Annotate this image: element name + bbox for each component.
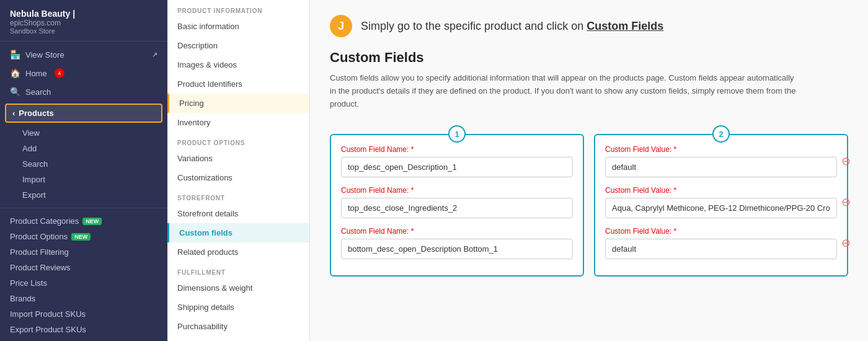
cf-input-value-2[interactable] (605, 198, 837, 218)
external-link-icon: ↗ (152, 51, 157, 59)
required-1: * (411, 145, 414, 154)
cf-input-name-2[interactable] (341, 198, 573, 218)
req-v2: * (674, 186, 677, 195)
cf-box-number-1: 1 (448, 125, 466, 143)
cf-label-value-1: Custom Field Value: * (605, 145, 837, 154)
cf-field-value-2: Custom Field Value: * ⊖ (605, 186, 837, 218)
store-icon: 🏪 (10, 50, 20, 60)
search-icon: 🔍 (10, 87, 20, 97)
required-2: * (411, 186, 414, 195)
cf-label-text-3: Custom Field Name: (341, 227, 411, 236)
middle-custom-fields[interactable]: Custom fields (167, 223, 309, 242)
sidebar-export-skus[interactable]: Export Product SKUs (0, 322, 167, 337)
req-v1: * (674, 145, 677, 154)
cf-input-value-1[interactable] (605, 157, 837, 177)
middle-pricing[interactable]: Pricing (167, 94, 309, 113)
main-content: J Simply go to the specific product and … (310, 0, 868, 341)
product-options-header: PRODUCT OPTIONS (167, 132, 309, 149)
home-label: Home (25, 69, 47, 78)
sidebar-product-reviews[interactable]: Product Reviews (0, 260, 167, 275)
middle-shipping-details[interactable]: Shipping details (167, 298, 309, 317)
middle-basic-info[interactable]: Basic information (167, 17, 309, 36)
middle-purchasability[interactable]: Purchasability (167, 317, 309, 336)
cf-label-value-text-1: Custom Field Value: (605, 145, 674, 154)
cf-input-value-3[interactable] (605, 239, 837, 259)
cf-field-name-1: Custom Field Name: * (341, 145, 573, 177)
instruction-bar: J Simply go to the specific product and … (330, 15, 848, 37)
step-badge: J (330, 15, 352, 37)
sidebar-nav: 🏪 View Store ↗ 🏠 Home 4 🔍 Search ‹ Produ… (0, 42, 167, 341)
middle-panel: PRODUCT INFORMATION Basic information De… (167, 0, 310, 341)
sidebar-search[interactable]: 🔍 Search (0, 82, 167, 101)
cf-label-value-text-2: Custom Field Value: (605, 186, 674, 195)
cf-grid: 1 Custom Field Name: * Custom Field Name… (330, 123, 848, 277)
sidebar-home[interactable]: 🏠 Home 4 (0, 64, 167, 82)
sidebar-brands[interactable]: Brands (0, 291, 167, 306)
import-skus-label: Import Product SKUs (10, 309, 86, 319)
cf-label-text-1: Custom Field Name: (341, 145, 411, 154)
brands-label: Brands (10, 294, 35, 303)
middle-customizations[interactable]: Customizations (167, 168, 309, 187)
cf-value-box: 2 Custom Field Value: * ⊖ Custom Field V… (594, 134, 848, 277)
product-filtering-label: Product Filtering (10, 247, 69, 257)
view-store-label: View Store (25, 50, 64, 60)
brand-name: Nebula Beauty | (10, 9, 157, 19)
product-categories-label: Product Categories (10, 216, 79, 226)
cf-label-name-1: Custom Field Name: * (341, 145, 573, 154)
cf-title: Custom Fields (330, 50, 848, 66)
price-lists-label: Price Lists (10, 278, 47, 288)
search-label: Search (25, 87, 51, 97)
middle-product-identifiers[interactable]: Product Identifiers (167, 74, 309, 94)
middle-dimensions[interactable]: Dimensions & weight (167, 278, 309, 298)
instruction-prefix: Simply go to the specific product and cl… (361, 20, 587, 32)
cf-input-name-3[interactable] (341, 239, 573, 259)
cf-label-name-3: Custom Field Name: * (341, 227, 573, 236)
sidebar-price-lists[interactable]: Price Lists (0, 275, 167, 291)
remove-field-2-button[interactable]: ⊖ (841, 195, 851, 209)
new-badge: NEW (82, 218, 102, 225)
middle-storefront-details[interactable]: Storefront details (167, 204, 309, 223)
remove-field-3-button[interactable]: ⊖ (841, 236, 851, 250)
cf-box-number-2: 2 (712, 125, 730, 143)
sidebar-sub-search[interactable]: Search (17, 156, 167, 172)
cf-description: Custom fields allow you to specify addit… (330, 72, 801, 110)
remove-field-1-button[interactable]: ⊖ (841, 154, 851, 168)
sidebar-products-section[interactable]: ‹ Products (5, 104, 162, 123)
sidebar-sub-export[interactable]: Export (17, 187, 167, 203)
cf-field-name-3: Custom Field Name: * (341, 227, 573, 259)
storefront-header: STOREFRONT (167, 187, 309, 204)
cf-field-value-3: Custom Field Value: * ⊖ (605, 227, 837, 259)
sidebar-sub-import[interactable]: Import (17, 172, 167, 187)
sidebar-sub-view[interactable]: View (17, 125, 167, 141)
cf-field-name-2: Custom Field Name: * (341, 186, 573, 218)
sidebar-brand: Nebula Beauty | epicShops.com Sandbox St… (0, 0, 167, 42)
cf-label-value-2: Custom Field Value: * (605, 186, 837, 195)
middle-related-products[interactable]: Related products (167, 242, 309, 262)
brand-url: epicShops.com (10, 19, 157, 27)
cf-label-value-text-3: Custom Field Value: (605, 227, 674, 236)
custom-fields-link[interactable]: Custom Fields (587, 20, 663, 32)
cf-input-name-1[interactable] (341, 157, 573, 177)
chevron-left-icon: ‹ (12, 108, 15, 118)
sidebar-divider (0, 208, 167, 208)
brand-tag: Sandbox Store (10, 27, 157, 35)
sidebar-view-store[interactable]: 🏪 View Store ↗ (0, 45, 167, 64)
sidebar-product-options[interactable]: Product Options NEW (0, 229, 167, 244)
middle-description[interactable]: Description (167, 36, 309, 55)
sidebar-product-filtering[interactable]: Product Filtering (0, 244, 167, 260)
sidebar-import-skus[interactable]: Import Product SKUs (0, 306, 167, 322)
middle-variations[interactable]: Variations (167, 149, 309, 168)
middle-inventory[interactable]: Inventory (167, 113, 309, 132)
sidebar-product-categories[interactable]: Product Categories NEW (0, 213, 167, 229)
required-3: * (411, 227, 414, 236)
cf-name-box: 1 Custom Field Name: * Custom Field Name… (330, 134, 584, 277)
notification-badge: 4 (55, 68, 64, 78)
middle-gift-wrapping[interactable]: Gift wrapping (167, 336, 309, 341)
product-information-header: PRODUCT INFORMATION (167, 0, 309, 17)
sidebar-sub-menu: View Add Search Import Export (0, 125, 167, 203)
home-icon: 🏠 (10, 68, 20, 78)
products-label: Products (19, 108, 53, 118)
middle-images-videos[interactable]: Images & videos (167, 55, 309, 74)
sidebar-sub-add[interactable]: Add (17, 141, 167, 156)
instruction-text: Simply go to the specific product and cl… (361, 20, 663, 33)
